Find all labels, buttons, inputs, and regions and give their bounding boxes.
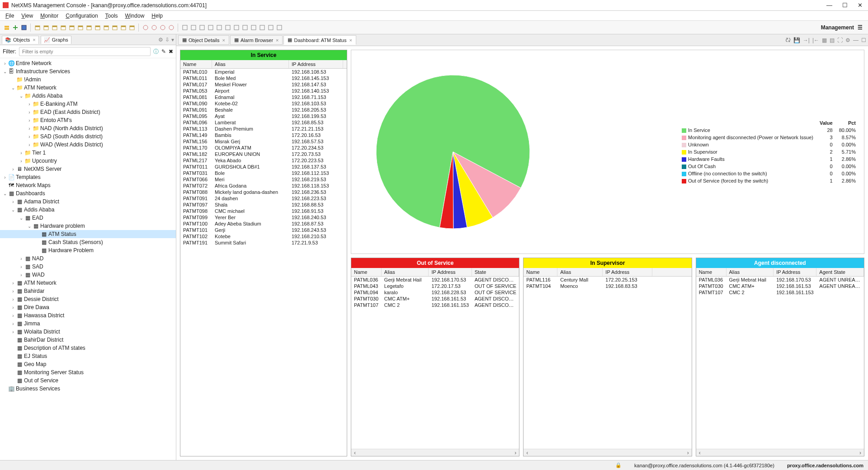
tool-generic-6[interactable] [85,24,93,31]
tab-graphs[interactable]: 📈Graphs [41,36,71,44]
tool-misc-6[interactable] [232,24,240,31]
tool-misc-4[interactable] [215,24,223,31]
expand-toggle[interactable]: › [2,61,8,66]
info-icon[interactable]: ⓘ [153,48,159,56]
tool-misc-10[interactable] [267,24,274,31]
col-header[interactable]: Alias [726,268,774,276]
expand-toggle[interactable]: › [18,256,24,261]
col-header[interactable]: IP Address [429,268,472,276]
max-icon[interactable]: ☐ [861,37,866,43]
tree-node[interactable]: 🏢Business Services [0,385,176,393]
table-row[interactable]: PATML149Bambis172.20.16.53 [180,132,347,138]
tree-node[interactable]: ›▦Jimma [0,320,176,328]
table-row[interactable]: PATML170OLOMPIYA ATM172.20.234.53 [180,145,347,151]
tree-node[interactable]: ›▦WAD [0,271,176,279]
tool-generic-1[interactable] [42,24,50,31]
tree-node[interactable]: ⌄📁Addis Ababa [0,92,176,100]
tool-generic-0[interactable] [33,24,41,31]
expand-toggle[interactable]: › [10,167,16,172]
expand-toggle[interactable]: › [26,134,33,139]
expand-toggle[interactable]: › [10,289,16,294]
tool-misc-11[interactable] [275,24,283,31]
menu-window[interactable]: Window [123,12,147,20]
menu-file[interactable]: File [3,12,17,20]
perspective-label[interactable]: Management [821,24,854,31]
tree-node[interactable]: ›📄Templates [0,173,176,181]
table-row[interactable]: PATML156Misrak Gerj192.168.57.53 [180,138,347,145]
table-row[interactable]: PATMT030CMC ATM+192.168.161.53AGENT DISC… [351,296,519,302]
tree-node[interactable]: ▦EJ Status [0,352,176,360]
tree-node[interactable]: ▦BahirDar District [0,336,176,344]
ctab-alarm-browser[interactable]: ▦Alarm Browser× [230,35,283,45]
tool-net-2[interactable] [159,24,166,31]
table-row[interactable]: PATMT031Bole192.168.112.153 [180,170,347,176]
table-agent-disconnected[interactable]: NameAliasIP AddressAgent StatePATML036Ge… [696,268,864,449]
tab-objects[interactable]: 📚Objects× [2,36,39,44]
expand-toggle[interactable]: ⌄ [2,69,8,74]
save-icon[interactable]: 💾 [793,37,800,43]
tool-generic-3[interactable] [59,24,67,31]
tree-node[interactable]: ⌄🗄Infrastructure Services [0,67,176,75]
tool-misc-5[interactable] [224,24,231,31]
table-row[interactable]: PATML036Gerji Mebrat Hail192.168.170.53A… [351,277,519,283]
hscroll[interactable]: ‹› [524,449,691,456]
table-row[interactable]: PATMT098CMC michael192.168.91.53 [180,208,347,214]
expand-toggle[interactable]: › [18,273,24,277]
expand-toggle[interactable]: › [10,321,16,326]
tool-add[interactable] [11,24,19,31]
table-row[interactable]: PATML017Meskel Flower192.168.147.53 [180,81,347,88]
table-out-of-service[interactable]: NameAliasIP AddressStatePATML036Gerji Me… [351,268,519,449]
tool-misc-8[interactable] [250,24,257,31]
tree-node[interactable]: ›▦Dire Dawa [0,303,176,311]
table-row[interactable]: PATML090Kotebe-02192.168.103.53 [180,100,347,107]
tree-node[interactable]: ⌄▦Dashboards [0,189,176,197]
tree-node[interactable]: 🗺Network Maps [0,181,176,189]
table-row[interactable]: PATMT088Mickely land godana-dashen192.16… [180,189,347,195]
clear-icon[interactable]: ✖ [169,48,173,55]
hscroll[interactable]: ‹› [351,449,519,456]
tree-node[interactable]: ▦Out of Service [0,376,176,385]
col-header[interactable]: Name [524,268,557,276]
col-header[interactable]: Name [351,268,382,276]
tool-server[interactable] [3,24,10,31]
expand-toggle[interactable]: › [10,199,16,204]
ctab-dashboard-atm-status[interactable]: ▦Dashboard: ATM Status× [283,35,356,45]
tree-node[interactable]: ▦Hardware Problem [0,246,176,254]
tree-node[interactable]: ▦Geo Map [0,360,176,368]
tool-net-1[interactable] [150,24,158,31]
tool-misc-3[interactable] [207,24,214,31]
table-row[interactable]: PATML036Gerji Mebrat Hail192.168.170.53A… [696,277,864,283]
table-row[interactable]: PATMT030CMC ATM+192.168.161.53AGENT UNRE… [696,283,864,289]
table-row[interactable]: PATMT100Adey Abeba Stadium192.168.87.53 [180,221,347,227]
table-row[interactable]: PATML081Ednamal192.168.71.153 [180,94,347,100]
table-row[interactable]: PATML011Bole Med192.168.145.153 [180,75,347,81]
expand-icon[interactable]: ⛶ [837,37,843,43]
col-header[interactable]: Alias [382,268,429,276]
table-row[interactable]: PATMT011GURDSHOLA DB#1192.168.137.53 [180,164,347,170]
table-row[interactable]: PATMT097Shala192.168.88.53 [180,202,347,208]
table-row[interactable]: PATML116Century Mall172.20.25.153 [524,277,691,283]
tool-generic-5[interactable] [76,24,84,31]
col-header[interactable]: Name [696,268,726,276]
tree-node[interactable]: ›🌐Entire Network [0,59,176,67]
table-row[interactable]: PATMT104Moenco192.168.83.53 [524,283,691,289]
tree-node[interactable]: ▦Monitoring Server Status [0,368,176,376]
tree-node[interactable]: ⌄▦EAD [0,214,176,222]
close-icon[interactable]: × [349,38,352,43]
expand-toggle[interactable]: ⌄ [18,94,24,99]
tree-node[interactable]: ›▦Wolaita District [0,328,176,336]
col-header[interactable]: Alias [557,268,603,276]
expand-toggle[interactable]: › [26,118,33,123]
tree-node[interactable]: ▦ATM Status [0,230,176,238]
link-object-icon[interactable]: ⚙ [158,37,163,43]
tree-node[interactable]: ›📁WAD (West Addis District) [0,141,176,149]
hscroll[interactable]: ‹› [696,449,864,456]
expand-toggle[interactable]: › [26,126,33,131]
table-row[interactable]: PATML091Beshale192.168.205.53 [180,107,347,113]
tool-generic-7[interactable] [94,24,101,31]
tool-generic-10[interactable] [119,24,127,31]
tree-node[interactable]: ›▦NAD [0,254,176,263]
maximize-button[interactable]: ☐ [842,2,848,9]
expand-toggle[interactable]: › [26,110,33,115]
expand-toggle[interactable]: › [26,142,33,147]
